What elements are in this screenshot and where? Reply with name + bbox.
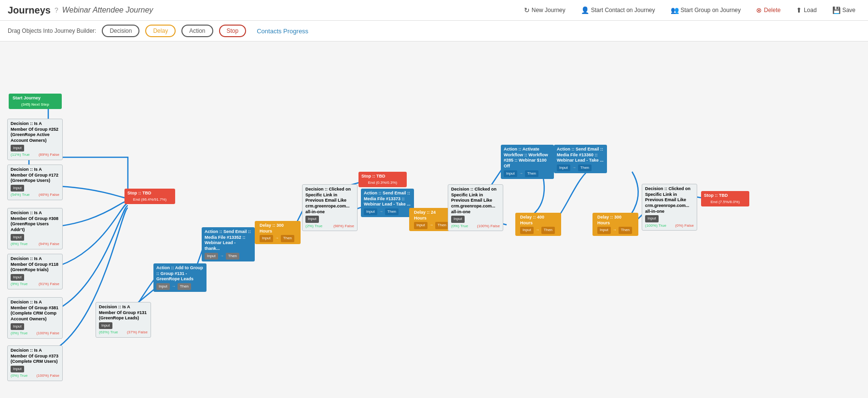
group-icon: 👥 (671, 6, 679, 14)
delay-400-node[interactable]: Delay :: 400 Hours Input → Then (515, 213, 561, 236)
action-drag-button[interactable]: Action (181, 25, 213, 37)
help-icon[interactable]: ? (55, 6, 58, 14)
delete-icon: ⊗ (756, 6, 762, 14)
save-button[interactable]: 💾 Save (827, 4, 860, 16)
drag-label: Drag Objects Into Journey Builder: (8, 27, 96, 34)
delay-drag-button[interactable]: Delay (145, 25, 176, 37)
action-send-email-3-node[interactable]: Action :: Send Email :: Media File #1336… (554, 145, 607, 173)
decision-clicked-3-node[interactable]: Decision :: Clicked on Specific Link in … (642, 184, 697, 231)
load-button[interactable]: ⬆ Load (791, 4, 822, 16)
decision-drag-button[interactable]: Decision (102, 25, 139, 37)
decision-3-node[interactable]: Decision :: Is A Member Of Group #308 (G… (7, 208, 63, 249)
delete-button[interactable]: ⊗ Delete (751, 4, 785, 16)
new-journey-button[interactable]: ↻ New Journey (519, 4, 570, 16)
action-add-group-node[interactable]: Action :: Add to Group :: Group #131 - G… (153, 263, 207, 292)
decision-4-node[interactable]: Decision :: Is A Member Of Group #118 (G… (7, 254, 63, 289)
toolbar: Drag Objects Into Journey Builder: Decis… (0, 21, 868, 41)
action-send-email-1-node[interactable]: Action :: Send Email :: Media File #1335… (202, 227, 255, 261)
header-left: Journeys ? Webinar Attendee Journey (8, 5, 153, 16)
header-right: ↻ New Journey 👤 Start Contact on Journey… (519, 4, 860, 16)
contacts-progress-button[interactable]: Contacts Progress (257, 27, 308, 35)
load-icon: ⬆ (796, 6, 802, 14)
decision-clicked-2-node[interactable]: Decision :: Clicked on Specific Link in … (448, 184, 503, 231)
stop-drag-button[interactable]: Stop (219, 25, 247, 37)
delay-300-2-node[interactable]: Delay :: 300 Hours Input → Then (592, 213, 638, 236)
start-group-button[interactable]: 👥 Start Group on Journey (666, 4, 746, 16)
page-title: Journeys (8, 5, 51, 16)
action-activate-workflow-node[interactable]: Action :: Activate Workflow :: Workflow … (501, 145, 554, 179)
start-contact-button[interactable]: 👤 Start Contact on Journey (576, 4, 660, 16)
person-icon: 👤 (581, 6, 589, 14)
canvas: Start Journey (345) Next Step Decision :… (0, 41, 859, 394)
start-journey-node[interactable]: Start Journey (345) Next Step (9, 94, 62, 109)
journey-name: Webinar Attendee Journey (62, 6, 153, 14)
page-header: Journeys ? Webinar Attendee Journey ↻ Ne… (0, 0, 868, 21)
decision-1-node[interactable]: Decision :: Is A Member Of Group #252 (G… (7, 119, 63, 160)
stop-tbd-1-node[interactable]: Stop :: TBD End (86.4%/91.7%) (124, 189, 175, 204)
decision-5-node[interactable]: Decision :: Is A Member Of Group #381 (C… (7, 297, 63, 339)
save-icon: 💾 (832, 6, 840, 14)
refresh-icon: ↻ (524, 6, 530, 14)
action-send-email-2-node-b[interactable]: Action :: Send Email :: Media File #1337… (361, 189, 414, 217)
decision-6-node[interactable]: Decision :: Is A Member Of Group #373 (C… (7, 345, 63, 381)
decision-clicked-1-node[interactable]: Decision :: Clicked on Specific Link in … (302, 184, 358, 231)
delay-300-1-node[interactable]: Delay :: 300 Hours Input → Then (255, 221, 301, 244)
stop-tbd-2-node[interactable]: Stop :: TBD End (0.3%/0.3%) (358, 172, 407, 187)
delay-24-node[interactable]: Delay :: 24 Hours Input → Then (409, 208, 453, 231)
stop-tbd-3-node[interactable]: Stop :: TBD End (7.5%/8.0%) (701, 191, 749, 206)
decision-7-node[interactable]: Decision :: Is A Member Of Group #131 (G… (96, 302, 151, 338)
canvas-area[interactable]: Start Journey (345) Next Step Decision :… (0, 41, 868, 396)
decision-2-node[interactable]: Decision :: Is A Member Of Group #172 (G… (7, 165, 63, 200)
